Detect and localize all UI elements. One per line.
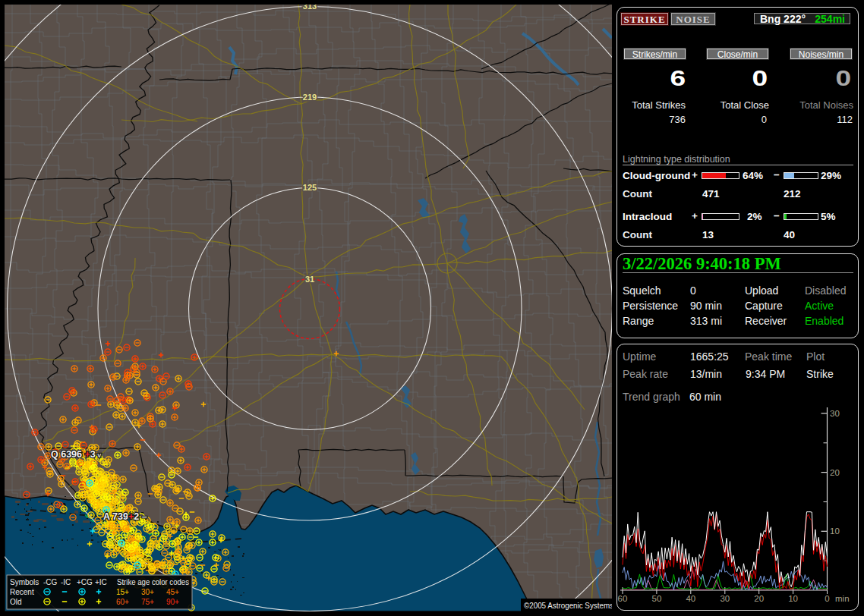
svg-text:0: 0 xyxy=(825,594,829,603)
svg-text:50: 50 xyxy=(652,594,662,603)
svg-text:60: 60 xyxy=(618,594,628,603)
svg-text:10: 10 xyxy=(830,526,840,536)
svg-text:20: 20 xyxy=(754,594,764,603)
svg-text:40: 40 xyxy=(686,594,695,603)
svg-text:30: 30 xyxy=(830,409,840,418)
svg-text:20: 20 xyxy=(830,468,840,477)
svg-text:min: min xyxy=(835,594,850,603)
svg-text:10: 10 xyxy=(788,594,798,603)
svg-text:30: 30 xyxy=(720,594,730,603)
